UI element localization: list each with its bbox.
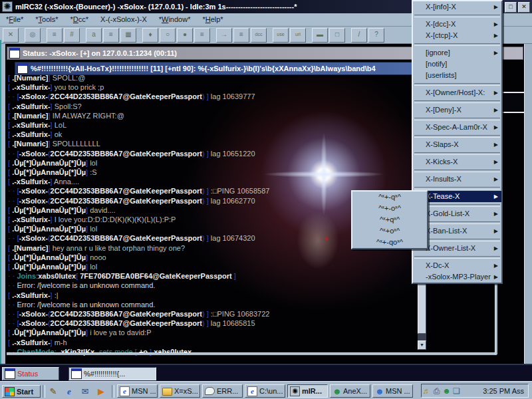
taskbar-task-c-un[interactable]: eC:\un... xyxy=(245,384,285,398)
menu-item-notify[interactable]: [notify] xyxy=(413,59,501,70)
start-button[interactable]: Start xyxy=(2,385,41,398)
menu-item-label: X-Insults-X xyxy=(426,175,462,183)
notes-button[interactable]: ≡ xyxy=(233,28,249,43)
submenu-item-q[interactable]: ^ˣ+qˣ^ xyxy=(352,214,427,225)
tile-windows-button[interactable]: ▬ xyxy=(312,28,328,43)
taskbar-task-anex[interactable]: ☻AneX... xyxy=(330,384,370,398)
away-button[interactable]: ♦ xyxy=(142,28,158,43)
menu-item-userlists[interactable]: [userlists] xyxy=(413,70,501,81)
log-button[interactable]: ≡ xyxy=(194,28,210,43)
taskbar-task-x-xs[interactable]: X=xS... xyxy=(160,384,200,398)
display-icon[interactable]: ❏ xyxy=(452,385,462,397)
volume-icon[interactable]: ♬ xyxy=(422,385,432,397)
menu-item-x-owner-host-x[interactable]: X-[Owner/Host]-X:▶ xyxy=(413,87,501,98)
chat-line: · · [-xSolox-(2CC44D2353BB86A7@GateKeepe… xyxy=(8,92,424,101)
ie-page-icon: e xyxy=(120,386,130,396)
menubar-item-dcc[interactable]: *Dcc* xyxy=(65,14,95,25)
switchbar-channel-button[interactable]: %#!!!!!!!!!!!{... xyxy=(68,367,156,380)
submenu-arrow-icon: ▶ xyxy=(494,156,498,168)
submenu-item-q[interactable]: ^ˣ+-qˣ^ xyxy=(352,192,427,203)
menu-item-x-deny-x[interactable]: X-[Deny]-X▶ xyxy=(413,104,501,116)
close-button[interactable]: ✕ xyxy=(518,2,530,13)
menu-item-ignore[interactable]: [ignore]▶ xyxy=(413,47,501,59)
send-button[interactable]: → xyxy=(216,28,232,43)
menu-item-x-info-x[interactable]: X-[info]-X▶ xyxy=(413,1,501,13)
menu-item-x-insults-x[interactable]: X-Insults-X▶ xyxy=(413,174,501,185)
menubar-item-help[interactable]: *Help* xyxy=(196,14,229,25)
url-button[interactable]: url xyxy=(290,28,306,43)
menu-item-x-spec-a-lam0r-x[interactable]: X-Spec-A-Lam0r-X▶ xyxy=(413,122,501,133)
help-button[interactable]: ? xyxy=(368,28,384,43)
menu-item-label: X-Spec-A-Lam0r-X xyxy=(426,123,487,131)
scrollbar-down-icon[interactable]: ▼ xyxy=(418,340,426,350)
cascade-windows-button[interactable]: □ xyxy=(329,28,345,43)
channel-hash-button[interactable]: # xyxy=(64,28,80,43)
restore-button[interactable]: □ xyxy=(505,2,517,13)
world-button[interactable]: ● xyxy=(177,28,193,43)
disconnect-button[interactable]: ✕ xyxy=(3,28,19,43)
menu-item-xsolox-mp3-player[interactable]: -xSolox-MP3-Player▶ xyxy=(413,271,501,283)
channel-window-icon xyxy=(17,63,28,74)
show-desktop-icon[interactable]: ✎ xyxy=(47,386,60,397)
mirc-icon: ✺ xyxy=(290,386,300,396)
menubar-item-window[interactable]: *Window* xyxy=(153,14,197,25)
query-button[interactable]: a xyxy=(86,28,102,43)
menu-item-x-dc-x[interactable]: X-Dc-X▶ xyxy=(413,260,501,271)
status-window-icon xyxy=(9,48,20,59)
channel-window-bottom-border xyxy=(7,352,497,355)
menu-item-label: X-[info]-X xyxy=(426,3,456,11)
taskbar-task-mir[interactable]: ✺mIR... xyxy=(287,384,328,398)
chat-line: · · [-xSolox-(2CC44D2353BB86A7@GateKeepe… xyxy=(8,309,424,319)
menu-item-label: [userlists] xyxy=(426,71,456,79)
menu-item-label: X-Ban-List-X xyxy=(426,227,467,235)
mirc-app-icon: ✺ xyxy=(2,1,13,12)
submenu-arrow-icon: ▶ xyxy=(494,225,498,237)
chat-line: [ .Ûµ[*]ÛµAnnaÛµ[*]Ûµ] lol xyxy=(8,158,424,168)
menu-item-x-slaps-x[interactable]: X-Slaps-X▶ xyxy=(413,139,501,150)
submenu-item-o[interactable]: ^ˣ+oˣ^ xyxy=(352,225,427,237)
taskbar-task-err[interactable]: ERR... xyxy=(202,384,243,398)
media-player-icon[interactable]: ▶ xyxy=(94,386,108,397)
printer-icon[interactable]: ⎙ xyxy=(432,385,442,397)
menu-item-x-kicks-x[interactable]: X-Kicks-X▶ xyxy=(413,156,501,168)
internet-explorer-icon[interactable]: e xyxy=(63,386,76,397)
chat-line: [ .-xSulfurix-] you too prick ;p xyxy=(8,82,424,92)
options-button[interactable]: ◎ xyxy=(25,28,41,43)
menu-item-label: X-Tease-X xyxy=(426,192,460,200)
folder-icon xyxy=(162,388,172,396)
menu-separator xyxy=(413,98,501,104)
channel-window-icon xyxy=(71,368,82,379)
address-book-button[interactable]: ▦ xyxy=(120,28,136,43)
chat-line: [ .-xSulfurix-] LoL xyxy=(8,120,424,130)
use-button[interactable]: use xyxy=(273,28,289,43)
submenu-item-qo[interactable]: ^ˣ+-qoˣ^ xyxy=(352,237,427,248)
channels-list-button[interactable]: ≡ xyxy=(47,28,63,43)
taskbar-task-msn[interactable]: ☻MSN ... xyxy=(372,384,413,398)
outlook-express-icon[interactable]: ✉ xyxy=(78,386,92,397)
timer-button[interactable]: ○ xyxy=(160,28,176,43)
chat-line: [ .Ûµ[*]ÛµAnnaÛµ[*]Ûµ] lol xyxy=(8,262,424,271)
submenu-arrow-icon: ▶ xyxy=(494,174,498,185)
submenu-item-o[interactable]: ^ˣ+-oˣ^ xyxy=(352,203,427,214)
speech-icon xyxy=(205,387,215,395)
menu-separator xyxy=(413,150,501,156)
taskbar-task-msn[interactable]: eMSN ... xyxy=(117,384,158,398)
taskbar-clock: 3:25 PM Ass xyxy=(483,387,524,395)
menu-item-x-dcc-x[interactable]: X-[dcc]-X▶ xyxy=(413,19,501,30)
taskbar-separator xyxy=(43,385,45,398)
scrollbar-thumb[interactable] xyxy=(418,278,426,334)
tray-icons: ♬⎙☻❏ xyxy=(422,385,462,397)
menubar-item-x-xsolox-x[interactable]: X-(-xSolox-)-X xyxy=(94,14,153,25)
switchbar-status-button[interactable]: Status xyxy=(2,367,59,380)
menubar-item-tools[interactable]: *Tools* xyxy=(29,14,64,25)
menu-item-x-ctcp-x[interactable]: X-[ctcp]-X▶ xyxy=(413,30,501,41)
task-label: C:\un... xyxy=(259,387,283,395)
script-editor-button[interactable]: / xyxy=(351,28,367,43)
notepad-button[interactable]: ≡ xyxy=(103,28,119,43)
window-title: mIRC32 (-xSolox-(Bouncer)-) -xSolox- (12… xyxy=(15,3,297,11)
edit-box-fragment[interactable] xyxy=(501,92,524,113)
desktop-edge-strip xyxy=(0,40,1,364)
menubar-item-file[interactable]: *File* xyxy=(0,14,29,25)
dcc-button[interactable]: dcc xyxy=(251,28,267,43)
msn-messenger-icon[interactable]: ☻ xyxy=(442,385,452,397)
